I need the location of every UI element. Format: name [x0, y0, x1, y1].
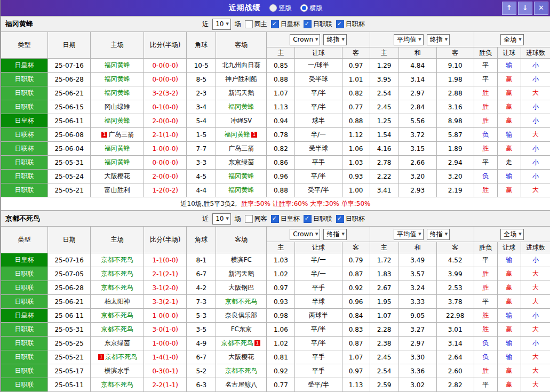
- avg-away: 3.99: [436, 267, 474, 281]
- cup-filter-leaguecup[interactable]: 日职杯: [336, 20, 365, 29]
- checkbox-icon[interactable]: [336, 20, 344, 28]
- away-team[interactable]: 奈良俱乐部: [216, 309, 267, 323]
- move-down-button[interactable]: ↓: [518, 2, 532, 15]
- match-row: 日职联25-05-31福冈黄蜂0-0(0-0)3-3东京绿茵0.86平手1.03…: [1, 156, 550, 170]
- home-team[interactable]: 1京都不死鸟: [91, 350, 144, 364]
- move-up-button[interactable]: ↑: [502, 2, 516, 15]
- away-team[interactable]: 京都不死鸟: [216, 364, 267, 378]
- same-venue-filter[interactable]: 同客: [245, 214, 267, 223]
- checkbox-icon[interactable]: [245, 20, 253, 28]
- home-team[interactable]: 福冈黄蜂: [91, 156, 144, 170]
- close-button[interactable]: ✕: [534, 2, 548, 15]
- odds-home: 1.13: [267, 100, 295, 114]
- away-team[interactable]: 新泻天鹅: [216, 86, 267, 100]
- col-handicap: 让球: [497, 47, 521, 59]
- away-team[interactable]: 新泻天鹅: [216, 267, 267, 281]
- avg-home: 2.45: [370, 350, 398, 364]
- avg-time-select[interactable]: 终指▼: [427, 34, 450, 45]
- home-team[interactable]: 1广岛三箭: [91, 128, 144, 142]
- odds-time-select[interactable]: 终指▼: [323, 229, 346, 240]
- checkbox-icon[interactable]: [245, 215, 253, 223]
- away-team[interactable]: 神户胜利船: [216, 73, 267, 86]
- radio-icon[interactable]: [269, 4, 277, 12]
- goals-over-under: 小: [521, 309, 550, 323]
- home-team[interactable]: 福冈黄蜂: [91, 142, 144, 156]
- cup-filter-emperor[interactable]: 日皇杯: [271, 20, 300, 29]
- layout-radio-vertical[interactable]: 竖版: [269, 4, 292, 13]
- away-team[interactable]: 京都不死鸟1: [216, 337, 267, 350]
- away-team[interactable]: 福冈黄蜂1: [216, 128, 267, 142]
- checkbox-icon[interactable]: [271, 215, 279, 223]
- recent-count-select[interactable]: 10▼: [212, 213, 231, 225]
- odds-time-select[interactable]: 终指▼: [323, 34, 346, 45]
- handicap-result: 赢: [497, 281, 521, 295]
- home-team[interactable]: 京都不死鸟: [91, 309, 144, 323]
- away-team[interactable]: 东京绿茵: [216, 156, 267, 170]
- checkbox-icon[interactable]: [304, 215, 312, 223]
- away-team[interactable]: 广岛三箭: [216, 142, 267, 156]
- goals-over-under: 小: [521, 100, 550, 114]
- avg-source-select[interactable]: 平均值▼: [394, 229, 423, 240]
- away-team[interactable]: 大阪樱花: [216, 350, 267, 364]
- handicap-result: 赢: [497, 183, 521, 197]
- col-avg-draw: 和: [398, 242, 436, 253]
- avg-time-select[interactable]: 终指▼: [427, 229, 450, 240]
- avg-away: 1.98: [436, 73, 474, 86]
- col-odds-away: 客: [342, 242, 370, 253]
- avg-home: 1.54: [370, 128, 398, 142]
- home-team[interactable]: 富山胜利: [91, 183, 144, 197]
- home-team[interactable]: 京都不死鸟: [91, 267, 144, 281]
- home-team[interactable]: 大阪樱花: [91, 170, 144, 183]
- cup-filter-league[interactable]: 日职联: [304, 214, 332, 223]
- away-team[interactable]: 名古屋鲸八: [216, 378, 267, 392]
- handicap-result: 赢: [497, 100, 521, 114]
- odds-source-select[interactable]: Crown▼: [290, 229, 320, 240]
- odds-source-select[interactable]: Crown▼: [290, 34, 320, 45]
- checkbox-icon[interactable]: [336, 215, 344, 223]
- col-avg-draw: 和: [398, 47, 436, 59]
- goals-over-under: 大: [521, 350, 550, 364]
- home-team[interactable]: 横滨水手: [91, 364, 144, 378]
- home-team[interactable]: 冈山绿雉: [91, 100, 144, 114]
- away-team[interactable]: FC东京: [216, 323, 267, 337]
- radio-icon[interactable]: [300, 4, 308, 12]
- recent-count-select[interactable]: 10▼: [212, 19, 231, 30]
- chevron-down-icon: ▼: [315, 232, 318, 236]
- home-team[interactable]: 柏太阳神: [91, 295, 144, 309]
- cup-filter-league[interactable]: 日职联: [304, 20, 332, 29]
- match-date: 25-05-31: [48, 323, 91, 337]
- checkbox-icon[interactable]: [271, 20, 279, 28]
- odds-home: 0.86: [267, 156, 295, 170]
- odds-line: 平/半: [295, 337, 342, 350]
- odds-line: 半/一: [295, 253, 342, 267]
- home-team[interactable]: 京都不死鸟: [91, 323, 144, 337]
- cup-filter-emperor[interactable]: 日皇杯: [271, 214, 300, 223]
- home-team[interactable]: 京都不死鸟: [91, 253, 144, 267]
- away-team[interactable]: 京都不死鸟: [216, 295, 267, 309]
- away-team[interactable]: 福冈黄蜂: [216, 170, 267, 183]
- avg-source-select[interactable]: 平均值▼: [394, 34, 423, 45]
- home-team[interactable]: 京都不死鸟: [91, 281, 144, 295]
- scope-select[interactable]: 全场▼: [500, 34, 523, 45]
- away-team[interactable]: 福冈黄蜂: [216, 100, 267, 114]
- games-label: 场: [235, 214, 241, 223]
- away-team[interactable]: 大阪钢巴: [216, 281, 267, 295]
- away-team[interactable]: 北九州向日葵: [216, 59, 267, 73]
- scope-select[interactable]: 全场▼: [500, 229, 523, 240]
- away-team[interactable]: 横滨FC: [216, 253, 267, 267]
- home-team[interactable]: 京都不死鸟: [91, 378, 144, 392]
- away-team[interactable]: 福冈黄蜂: [216, 183, 267, 197]
- odds-home: 0.77: [267, 378, 295, 392]
- home-team[interactable]: 福冈黄蜂: [91, 73, 144, 86]
- checkbox-icon[interactable]: [304, 20, 312, 28]
- layout-radio-horizontal[interactable]: 横版: [300, 4, 323, 13]
- odds-away: 0.83: [342, 323, 370, 337]
- cup-filter-leaguecup[interactable]: 日职杯: [336, 214, 365, 223]
- same-venue-filter[interactable]: 同主: [245, 20, 267, 29]
- home-team[interactable]: 东京绿茵: [91, 337, 144, 350]
- column-header-row-1: 类型 日期 主场 比分(半场) 角球 客场 Crown▼ 终指▼ 平均值▼ 终指…: [1, 32, 550, 47]
- home-team[interactable]: 福冈黄蜂: [91, 59, 144, 73]
- away-team[interactable]: 冲绳SV: [216, 114, 267, 128]
- home-team[interactable]: 福冈黄蜂: [91, 86, 144, 100]
- home-team[interactable]: 福冈黄蜂: [91, 114, 144, 128]
